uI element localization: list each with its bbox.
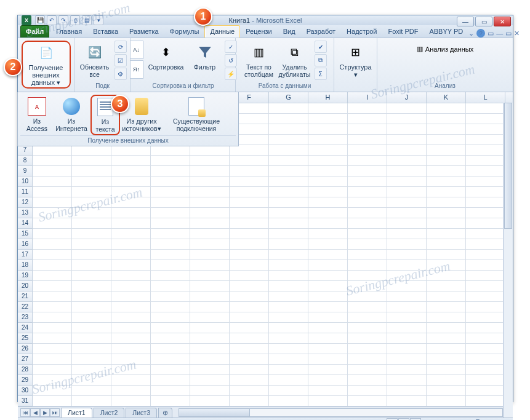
tab-review[interactable]: Рецензи: [240, 25, 278, 38]
cell[interactable]: [427, 250, 466, 260]
cell[interactable]: [466, 375, 505, 386]
row-header[interactable]: 24: [18, 323, 33, 333]
cell[interactable]: [111, 176, 151, 187]
cell[interactable]: [348, 166, 387, 176]
cell[interactable]: [348, 103, 387, 114]
sheet-nav-next[interactable]: ▶: [40, 408, 50, 417]
cell[interactable]: [151, 145, 190, 156]
cell[interactable]: [269, 302, 308, 312]
tab-formulas[interactable]: Формулы: [164, 25, 205, 38]
tab-addins[interactable]: Надстрой: [341, 25, 382, 38]
cell[interactable]: [111, 145, 151, 156]
cell[interactable]: [427, 354, 466, 365]
cell[interactable]: [308, 271, 348, 281]
cell[interactable]: [269, 365, 308, 375]
consolidate-button[interactable]: ⧉: [315, 54, 327, 66]
existing-connections-button[interactable]: Существующие подключения: [170, 95, 223, 134]
cell[interactable]: [111, 386, 151, 396]
cell[interactable]: [151, 260, 190, 271]
cell[interactable]: [348, 250, 387, 260]
cell[interactable]: [190, 386, 230, 396]
cell[interactable]: [308, 208, 348, 218]
cell[interactable]: [348, 260, 387, 271]
cell[interactable]: [427, 103, 466, 114]
cell[interactable]: [111, 323, 151, 333]
row-header[interactable]: 12: [18, 197, 33, 208]
cell[interactable]: [151, 197, 190, 208]
cell[interactable]: [111, 166, 151, 176]
cell[interactable]: [230, 375, 269, 386]
cell[interactable]: [72, 333, 111, 344]
cell[interactable]: [151, 344, 190, 354]
cell[interactable]: [72, 365, 111, 375]
cell[interactable]: [190, 176, 230, 187]
cell[interactable]: [348, 239, 387, 250]
cell[interactable]: [308, 375, 348, 386]
cell[interactable]: [33, 323, 72, 333]
get-external-data-button[interactable]: 📄 Получение внешних данных ▾: [22, 41, 71, 89]
cell[interactable]: [230, 208, 269, 218]
cell[interactable]: [230, 291, 269, 302]
cell[interactable]: [72, 197, 111, 208]
cell[interactable]: [348, 312, 387, 323]
cell[interactable]: [33, 365, 72, 375]
cell[interactable]: [348, 208, 387, 218]
cell[interactable]: [230, 312, 269, 323]
cell[interactable]: [348, 396, 387, 406]
qat-btn-4[interactable]: ⎙: [70, 15, 80, 25]
cell[interactable]: [230, 145, 269, 156]
cell[interactable]: [308, 176, 348, 187]
cell[interactable]: [269, 354, 308, 365]
cell[interactable]: [427, 114, 466, 124]
cell[interactable]: [151, 187, 190, 197]
cell[interactable]: [427, 312, 466, 323]
cell[interactable]: [72, 250, 111, 260]
cell[interactable]: [151, 291, 190, 302]
cell[interactable]: [72, 271, 111, 281]
cell[interactable]: [190, 312, 230, 323]
cell[interactable]: [387, 375, 427, 386]
cell[interactable]: [190, 229, 230, 239]
cell[interactable]: [151, 166, 190, 176]
cell[interactable]: [387, 176, 427, 187]
row-header[interactable]: 7: [18, 145, 33, 156]
cell[interactable]: [466, 145, 505, 156]
cell[interactable]: [230, 156, 269, 166]
remove-duplicates-button[interactable]: ⧉ Удалить дубликаты: [279, 41, 311, 80]
qat-btn-5[interactable]: ▤: [82, 15, 92, 25]
cell[interactable]: [308, 333, 348, 344]
doc-maximize-icon[interactable]: ▭: [505, 30, 512, 38]
cell[interactable]: [427, 218, 466, 229]
row-header[interactable]: 8: [18, 156, 33, 166]
cell[interactable]: [111, 218, 151, 229]
cell[interactable]: [33, 281, 72, 291]
cell[interactable]: [269, 312, 308, 323]
cell[interactable]: [190, 333, 230, 344]
cell[interactable]: [33, 396, 72, 406]
cell[interactable]: [33, 239, 72, 250]
cell[interactable]: [308, 135, 348, 145]
cell[interactable]: [269, 187, 308, 197]
cell[interactable]: [466, 386, 505, 396]
cell[interactable]: [190, 145, 230, 156]
cell[interactable]: [151, 156, 190, 166]
cell[interactable]: [111, 281, 151, 291]
cell[interactable]: [72, 344, 111, 354]
doc-minimize-icon[interactable]: —: [496, 30, 503, 37]
cell[interactable]: [230, 302, 269, 312]
cell[interactable]: [387, 354, 427, 365]
cell[interactable]: [190, 239, 230, 250]
cell[interactable]: [230, 344, 269, 354]
cell[interactable]: [466, 208, 505, 218]
cell[interactable]: [269, 135, 308, 145]
cell[interactable]: [348, 145, 387, 156]
cell[interactable]: [427, 375, 466, 386]
row-header[interactable]: 25: [18, 333, 33, 344]
row-header[interactable]: 18: [18, 260, 33, 271]
cell[interactable]: [308, 229, 348, 239]
cell[interactable]: [269, 197, 308, 208]
minimize-button[interactable]: —: [457, 17, 474, 26]
cell[interactable]: [308, 156, 348, 166]
cell[interactable]: [427, 135, 466, 145]
cell[interactable]: [230, 260, 269, 271]
